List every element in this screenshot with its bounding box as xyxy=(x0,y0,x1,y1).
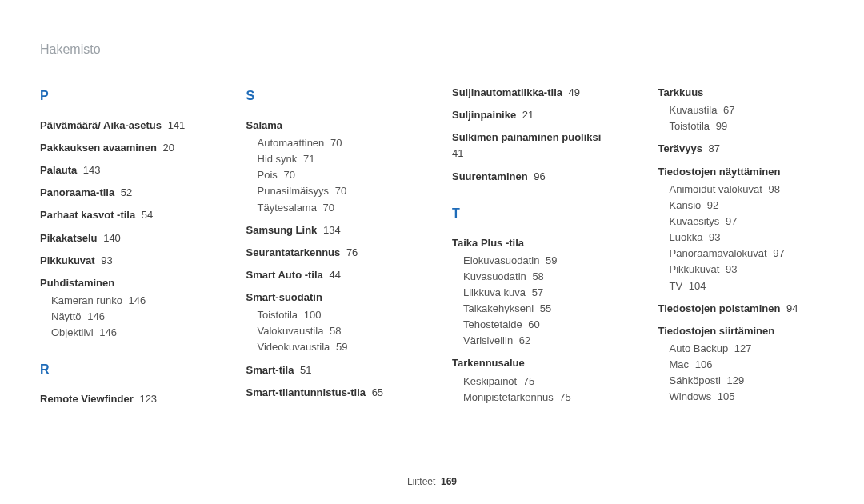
sub-entry-label: Kameran runko xyxy=(51,294,122,306)
entry-label: Suurentaminen xyxy=(452,170,528,182)
sub-entry: Mac 106 xyxy=(670,357,825,373)
sub-entry-label: Auto Backup xyxy=(670,342,729,354)
sub-list: Kuvaustila 67Toistotila 99 xyxy=(670,102,825,134)
sub-entry: Näyttö 146 xyxy=(51,309,206,325)
sub-entry-label: Keskipainot xyxy=(463,375,517,387)
index-entry-main: Sulkimen painaminen puoliksi 41 xyxy=(452,130,618,162)
sub-entry-page: 59 xyxy=(542,254,557,266)
sub-entry-page: 106 xyxy=(692,358,712,370)
sub-entry: Panoraamavalokuvat 97 xyxy=(670,246,825,262)
index-entry-main: Terävyys 87 xyxy=(658,141,825,157)
index-entry: Suljinpainike 21 xyxy=(452,107,618,123)
section-letter: T xyxy=(452,204,618,224)
section-letter: P xyxy=(40,86,206,106)
index-entry-main: Puhdistaminen xyxy=(40,275,206,291)
sub-entry: Sähköposti 129 xyxy=(670,373,825,389)
sub-list: Keskipainot 75Monipistetarkennus 75 xyxy=(463,374,618,406)
sub-entry-page: 75 xyxy=(557,391,571,403)
index-entry-main: Tiedostojen näyttäminen xyxy=(658,164,825,180)
sub-entry-page: 127 xyxy=(731,342,751,354)
sub-entry-page: 104 xyxy=(686,280,706,292)
sub-entry-label: Toistotila xyxy=(670,120,710,132)
index-column: Suljinautomatiikka-tila 49Suljinpainike … xyxy=(452,85,618,414)
entry-label: Tarkennusalue xyxy=(452,357,525,369)
sub-entry-page: 75 xyxy=(520,375,534,387)
sub-entry-label: Monipistetarkennus xyxy=(463,391,554,403)
index-entry: Suurentaminen 96 xyxy=(452,169,618,185)
index-column: TarkkuusKuvaustila 67Toistotila 99Terävy… xyxy=(658,85,825,414)
sub-entry-page: 62 xyxy=(516,334,530,346)
index-entry: TarkkuusKuvaustila 67Toistotila 99 xyxy=(658,85,825,134)
sub-entry: Toistotila 100 xyxy=(258,307,413,323)
sub-entry-page: 58 xyxy=(326,325,341,337)
sub-entry-label: Animoidut valokuvat xyxy=(670,183,762,195)
sub-entry-label: Kuvaustila xyxy=(670,104,718,116)
sub-entry-label: TV xyxy=(670,280,683,292)
sub-entry: Monipistetarkennus 75 xyxy=(463,390,618,406)
sub-entry: Toistotila 99 xyxy=(670,118,825,134)
index-column: PPäivämäärä/ Aika-asetus 141Pakkauksen a… xyxy=(40,85,206,414)
sub-entry-page: 93 xyxy=(706,231,720,243)
entry-page: 41 xyxy=(452,147,463,159)
entry-label: Parhaat kasvot -tila xyxy=(40,209,135,221)
entry-page: 54 xyxy=(138,209,153,221)
sub-entry-page: 105 xyxy=(714,390,734,402)
entry-label: Panoraama-tila xyxy=(40,186,114,198)
entry-label: Taika Plus -tila xyxy=(452,237,524,249)
entry-label: Smart-tila xyxy=(246,364,294,376)
sub-list: Elokuvasuodatin 59Kuvasuodatin 58Liikkuv… xyxy=(463,253,618,350)
index-entry-main: Smart Auto -tila 44 xyxy=(246,267,413,283)
entry-label: Smart Auto -tila xyxy=(246,269,323,281)
entry-page: 140 xyxy=(101,232,121,244)
index-entry-main: Smart-tilantunnistus-tila 65 xyxy=(246,385,413,401)
index-entry: Suljinautomatiikka-tila 49 xyxy=(452,85,618,101)
sub-entry-page: 71 xyxy=(300,153,314,165)
index-entry-main: Samsung Link 134 xyxy=(246,222,413,238)
sub-entry-label: Pois xyxy=(258,169,278,181)
sub-entry-page: 70 xyxy=(327,137,342,149)
index-entry-main: Seurantatarkennus 76 xyxy=(246,245,413,261)
sub-entry: Elokuvasuodatin 59 xyxy=(463,253,618,269)
entry-page: 20 xyxy=(160,142,174,154)
index-entry: Päivämäärä/ Aika-asetus 141 xyxy=(40,118,206,134)
entry-page: 123 xyxy=(137,393,157,405)
sub-entry: Kuvaustila 67 xyxy=(670,102,825,118)
sub-entry-page: 97 xyxy=(770,247,785,259)
sub-entry: Punasilmäisyys 70 xyxy=(258,183,413,199)
entry-label: Pikkukuvat xyxy=(40,254,95,266)
section-letter: R xyxy=(40,360,206,380)
entry-label: Tiedostojen poistaminen xyxy=(658,302,781,314)
sub-entry-page: 57 xyxy=(529,286,543,298)
entry-page: 51 xyxy=(297,364,311,376)
sub-entry: Kuvaesitys 97 xyxy=(670,214,825,230)
entry-label: Päivämäärä/ Aika-asetus xyxy=(40,119,162,131)
index-entry: Pikakatselu 140 xyxy=(40,230,206,246)
sub-entry-label: Näyttö xyxy=(51,310,82,322)
sub-entry: Objektiivi 146 xyxy=(51,325,206,341)
index-entry: Terävyys 87 xyxy=(658,141,825,157)
entry-label: Terävyys xyxy=(658,142,702,154)
index-entry: Pakkauksen avaaminen 20 xyxy=(40,140,206,156)
index-entry: Tiedostojen näyttäminenAnimoidut valokuv… xyxy=(658,164,825,294)
entry-label: Suljinautomatiikka-tila xyxy=(452,86,562,98)
sub-entry: Täytesalama 70 xyxy=(258,200,413,216)
sub-entry: Auto Backup 127 xyxy=(670,341,825,357)
index-entry-main: Tarkennusalue xyxy=(452,355,618,371)
sub-entry-label: Automaattinen xyxy=(258,137,325,149)
index-entry-main: Parhaat kasvot -tila 54 xyxy=(40,207,206,223)
sub-entry-label: Taikakehykseni xyxy=(463,302,534,314)
index-entry-main: Päivämäärä/ Aika-asetus 141 xyxy=(40,118,206,134)
sub-entry: Kansio 92 xyxy=(670,198,825,214)
index-entry-main: Salama xyxy=(246,118,413,134)
sub-entry-label: Luokka xyxy=(670,231,703,243)
sub-entry-label: Kansio xyxy=(670,199,702,211)
index-entry-main: Tarkkuus xyxy=(658,85,825,101)
sub-entry-label: Punasilmäisyys xyxy=(258,185,330,197)
index-entry: Samsung Link 134 xyxy=(246,222,413,238)
sub-entry-page: 146 xyxy=(126,294,146,306)
index-entry: Sulkimen painaminen puoliksi 41 xyxy=(452,130,618,162)
footer-label: Liitteet xyxy=(407,476,435,487)
index-entry-main: Smart-tila 51 xyxy=(246,362,413,378)
entry-page: 94 xyxy=(783,302,798,314)
sub-entry-label: Elokuvasuodatin xyxy=(463,254,539,266)
